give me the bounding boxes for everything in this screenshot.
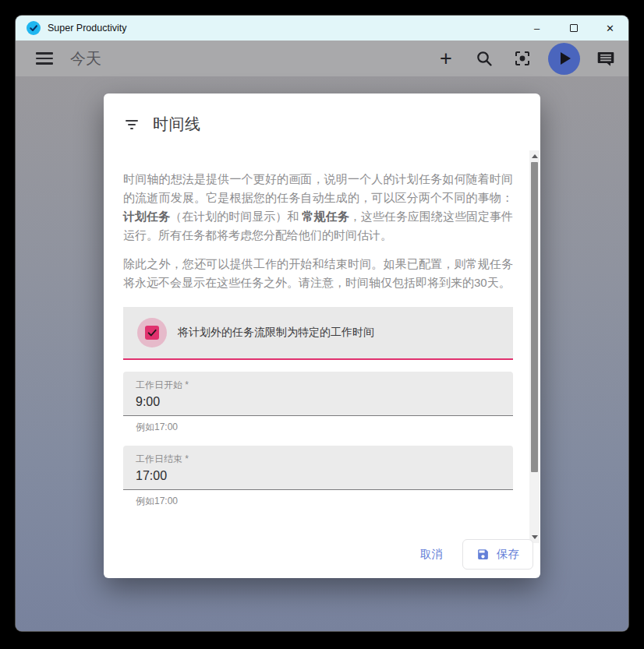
timeline-dialog: 时间线 时间轴的想法是提供一个更好的画面，说明一个人的计划任务如何随着时间的流逝… <box>104 93 540 578</box>
minimize-button[interactable]: – <box>518 16 555 41</box>
workday-start-input[interactable] <box>136 395 501 409</box>
menu-icon[interactable] <box>36 49 55 68</box>
checkbox-label[interactable]: 将计划外的任务流限制为特定的工作时间 <box>178 326 374 340</box>
checkbox-ripple <box>137 318 167 347</box>
toolbar-icons: + <box>436 43 616 75</box>
intro-paragraph: 时间轴的想法是提供一个更好的画面，说明一个人的计划任务如何随着时间的流逝而发展。… <box>123 170 513 245</box>
play-button[interactable] <box>548 43 580 75</box>
dialog-scrollbar[interactable] <box>529 150 540 543</box>
checkbox-checked-icon[interactable] <box>145 326 159 340</box>
dialog-actions: 取消 保存 <box>104 538 540 578</box>
scroll-up-icon[interactable] <box>532 154 538 158</box>
dialog-header: 时间线 <box>124 114 201 135</box>
window-controls: – ✕ <box>518 16 628 41</box>
save-button[interactable]: 保存 <box>462 539 533 570</box>
screen: Super Productivity – ✕ 今天 + <box>0 0 644 649</box>
search-icon[interactable] <box>474 48 494 69</box>
scrollbar-thumb[interactable] <box>531 162 538 472</box>
app-logo-icon <box>27 21 41 35</box>
dialog-title: 时间线 <box>153 114 201 135</box>
window-title: Super Productivity <box>48 23 518 34</box>
workday-end-label: 工作日结束 * <box>136 453 501 466</box>
main-toolbar: 今天 + <box>16 41 628 76</box>
workday-start-box[interactable]: 工作日开始 * <box>123 372 513 416</box>
work-hours-paragraph: 除此之外，您还可以提供工作的开始和结束时间。如果已配置，则常规任务将永远不会显示… <box>123 255 513 292</box>
comment-icon[interactable] <box>596 48 616 69</box>
workday-end-hint: 例如17:00 <box>136 495 513 508</box>
close-button[interactable]: ✕ <box>592 16 628 41</box>
filter-icon <box>124 120 140 129</box>
workday-start-hint: 例如17:00 <box>136 421 513 434</box>
add-task-icon[interactable]: + <box>436 48 456 69</box>
workday-end-box[interactable]: 工作日结束 * <box>123 446 513 490</box>
workday-start-label: 工作日开始 * <box>136 379 501 392</box>
save-icon <box>476 548 490 561</box>
workday-end-input[interactable] <box>136 469 501 483</box>
page-title: 今天 <box>70 48 101 69</box>
play-icon <box>561 52 571 65</box>
dialog-content: 时间轴的想法是提供一个更好的画面，说明一个人的计划任务如何随着时间的流逝而发展。… <box>123 150 513 508</box>
workday-end-field: 工作日结束 * 例如17:00 <box>123 446 513 508</box>
restrict-hours-checkbox-row[interactable]: 将计划外的任务流限制为特定的工作时间 <box>123 307 513 360</box>
titlebar: Super Productivity – ✕ <box>16 16 628 41</box>
regular-tasks-term: 常规任务 <box>303 210 349 223</box>
maximize-icon <box>570 24 578 32</box>
scheduled-tasks-term: 计划任务 <box>123 210 170 223</box>
save-button-label: 保存 <box>497 547 519 562</box>
cancel-button[interactable]: 取消 <box>407 540 456 569</box>
focus-mode-icon[interactable] <box>512 48 533 69</box>
maximize-button[interactable] <box>555 16 592 41</box>
workday-start-field: 工作日开始 * 例如17:00 <box>123 372 513 434</box>
